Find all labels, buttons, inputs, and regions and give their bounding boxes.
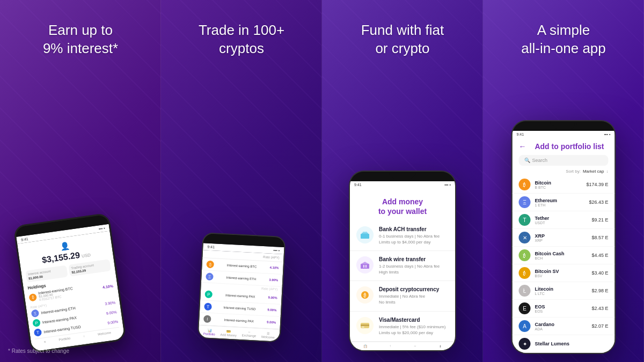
- panel-earn-interest: Earn up to 9% interest* 9:41 ▪▪▪ ▪ 👤 $3,…: [0, 0, 161, 362]
- add-money-title: Add money to your wallet: [350, 188, 455, 220]
- panel-4-phone-wrapper: 9:41 ▪▪▪ ▪ ← Add to portfolio list 🔍 Sea…: [511, 115, 616, 354]
- phone-mockup-2: 9:41 ▪▪▪ ▪ Rate (APY) ₿ Interest-earning…: [197, 232, 286, 343]
- pax-icon: P: [32, 319, 41, 327]
- holdings-section: Holdings ₿ Interest-earning BTC $1,000.0…: [27, 274, 119, 337]
- search-icon: 🔍: [524, 158, 530, 163]
- panel-trade-cryptos: Trade in 100+ cryptos 9:41 ▪▪▪ ▪ Rate (A…: [161, 0, 322, 362]
- sort-by-value: Market cap: [583, 169, 604, 174]
- bitcoin-sv-icon: ₿: [519, 267, 531, 279]
- ach-icon: [356, 226, 374, 243]
- panel-portfolio: A simple all-in-one app 9:41 ▪▪▪ ▪ ← Add…: [483, 0, 644, 362]
- panel-2-phone-wrapper: 9:41 ▪▪▪ ▪ Rate (APY) ₿ Interest-earning…: [197, 232, 286, 343]
- list-item[interactable]: T Tether USDT $9.21 E: [513, 211, 615, 229]
- litecoin-icon: Ł: [519, 285, 531, 297]
- ethereum-icon: Ξ: [519, 196, 531, 208]
- sort-bar: Sort by: Market cap ↓: [513, 168, 615, 175]
- bottom-nav-3: 📋 ↑ ↔ ⬇: [350, 342, 455, 350]
- svg-rect-3: [361, 264, 369, 269]
- sort-arrow-icon[interactable]: ↓: [606, 169, 609, 174]
- svg-rect-10: [362, 327, 364, 328]
- interest-account-box: Interest account $1,000.00: [25, 265, 68, 283]
- xrp-icon: ✕: [519, 232, 531, 243]
- add-money-screen: Add money to your wallet Bank ACH transf…: [350, 188, 455, 350]
- phone-mockup-3: 9:41 ▪▪▪ ▪ Add money to your wallet Bank…: [349, 171, 456, 351]
- phone-mockup-1: 9:41 ▪▪▪ ▪ 👤 $3,155.29 USD Interest acco…: [13, 212, 127, 353]
- list-item[interactable]: ✦ Stellar Lumens: [513, 335, 615, 353]
- svg-rect-9: [361, 324, 369, 326]
- svg-rect-5: [365, 265, 367, 268]
- bitcoin-cash-icon: ₿: [519, 249, 531, 261]
- panel-1-title: Earn up to 9% interest*: [43, 21, 118, 58]
- wire-icon: [356, 256, 374, 274]
- stellar-icon: ✦: [519, 338, 531, 350]
- portfolio-screen-title: Add to portfolio list: [531, 142, 609, 151]
- svg-rect-4: [363, 265, 364, 268]
- list-item[interactable]: Ł Litecoin L LTC $2.98 E: [513, 282, 615, 300]
- bitcoin-icon: ₿: [519, 179, 531, 190]
- phone-notch-4: [513, 121, 615, 131]
- trading-account-box: Trading account $2,155.29: [68, 259, 111, 277]
- panel-3-title: Fund with fiat or crypto: [361, 21, 444, 58]
- panel-fund-wallet: Fund with fiat or crypto 9:41 ▪▪▪ ▪ Add …: [322, 0, 483, 362]
- back-button[interactable]: ←: [519, 142, 526, 151]
- panel-1-phones: 9:41 ▪▪▪ ▪ 👤 $3,155.29 USD Interest acco…: [0, 217, 161, 346]
- list-item[interactable]: ✕ XRP XRP $8.57 E: [513, 229, 615, 247]
- list-item[interactable]: A Cardano ADA $2.07 E: [513, 317, 615, 335]
- crypto-icon: ₿: [356, 286, 374, 304]
- tusd-icon: T: [34, 328, 42, 337]
- eth-icon: Ξ: [31, 309, 40, 317]
- svg-rect-0: [361, 234, 369, 239]
- btc-icon: ₿: [28, 293, 37, 301]
- search-bar[interactable]: 🔍 Search: [519, 155, 609, 166]
- sort-by-label: Sort by:: [566, 169, 581, 174]
- payment-option-crypto[interactable]: ₿ Deposit cryptocurrency Immediate | No …: [350, 281, 455, 311]
- payment-option-ach[interactable]: Bank ACH transfer 0-1 business days | No…: [350, 221, 455, 251]
- cardano-icon: A: [519, 320, 531, 332]
- phone-notch-3: [350, 172, 455, 181]
- payment-option-card[interactable]: Visa/Mastercard Immediate | 5% fee ($10 …: [350, 312, 455, 342]
- phone-tilt-wrapper: 9:41 ▪▪▪ ▪ 👤 $3,155.29 USD Interest acco…: [13, 212, 127, 353]
- panel-3-phone-wrapper: 9:41 ▪▪▪ ▪ Add money to your wallet Bank…: [349, 165, 456, 351]
- portfolio-screen: ← Add to portfolio list 🔍 Search Sort by…: [513, 138, 615, 353]
- panel-2-title: Trade in 100+ cryptos: [199, 21, 284, 58]
- portfolio-header: ← Add to portfolio list: [513, 138, 615, 153]
- svg-text:₿: ₿: [363, 292, 367, 298]
- card-icon: [356, 317, 374, 334]
- disclaimer: * Rates subject to change: [8, 348, 69, 354]
- list-item[interactable]: ₿ Bitcoin B BTC $174.39 E: [513, 176, 615, 194]
- payment-option-wire[interactable]: Bank wire transfer 1-2 business days | N…: [350, 251, 455, 281]
- eos-icon: E: [519, 302, 531, 314]
- phone-mockup-4: 9:41 ▪▪▪ ▪ ← Add to portfolio list 🔍 Sea…: [511, 120, 616, 354]
- svg-rect-2: [363, 232, 367, 233]
- panel-4-title: A simple all-in-one app: [521, 21, 606, 58]
- list-item[interactable]: ₿ Bitcoin Cash BCH $4.45 E: [513, 247, 615, 264]
- screen-content: 👤 $3,155.29 USD Interest account $1,000.…: [17, 231, 125, 352]
- list-item[interactable]: Ξ Ethereum 1 ETH $26.43 E: [513, 194, 615, 211]
- tether-icon: T: [519, 214, 531, 226]
- list-item[interactable]: E EOS EOS $2.43 E: [513, 300, 615, 317]
- list-item[interactable]: ₿ Bitcoin SV BSV $3.40 E: [513, 264, 615, 282]
- crypto-table: Rate (APY) ₿ Interest-earning BTC 4.10% …: [199, 250, 284, 329]
